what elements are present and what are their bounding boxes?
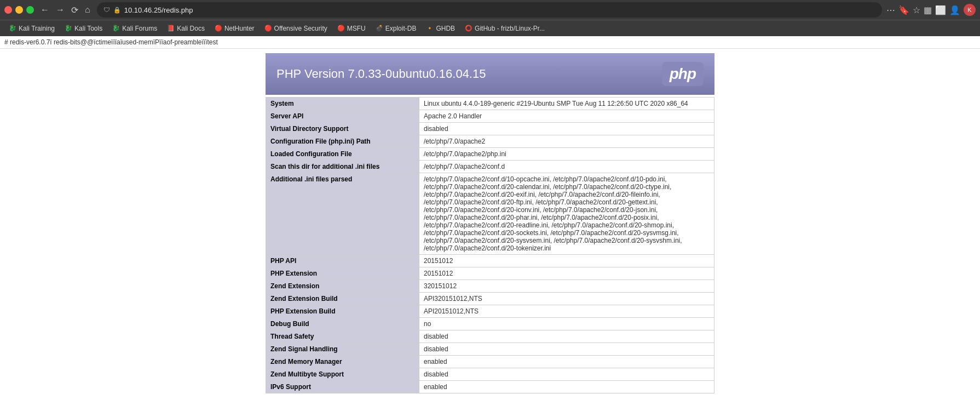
bookmark-github[interactable]: ⭕ GitHub - frizb/Linux-Pr... xyxy=(460,24,549,33)
table-cell-value: 20151012 xyxy=(419,267,714,280)
bookmark-kali-training[interactable]: 🐉 Kali Training xyxy=(4,24,59,33)
bookmark-label: Kali Training xyxy=(19,25,55,32)
bookmark-kali-docs[interactable]: 📕 Kali Docs xyxy=(163,24,209,33)
window-controls xyxy=(4,6,34,14)
table-cell-value: disabled xyxy=(419,123,714,135)
table-cell-label: Thread Safety xyxy=(266,330,419,343)
table-row: PHP API20151012 xyxy=(266,255,714,267)
table-cell-value: enabled xyxy=(419,381,714,393)
table-cell-value: 320151012 xyxy=(419,280,714,293)
table-cell-value: 20151012 xyxy=(419,255,714,267)
table-cell-label: PHP API xyxy=(266,255,419,267)
profile-icon[interactable]: 👤 xyxy=(949,5,960,15)
address-bar-area: 🛡 🔒 10.10.46.25/redis.php xyxy=(97,2,882,18)
php-version-title: PHP Version 7.0.33-0ubuntu0.16.04.15 xyxy=(276,67,486,81)
table-row: IPv6 Supportenabled xyxy=(266,381,714,393)
phpinfo-table: SystemLinux ubuntu 4.4.0-189-generic #21… xyxy=(266,97,714,393)
table-cell-value: /etc/php/7.0/apache2/php.ini xyxy=(419,148,714,161)
table-cell-label: Configuration File (php.ini) Path xyxy=(266,135,419,148)
bookmark-label: Kali Forums xyxy=(122,25,157,32)
minimize-button[interactable] xyxy=(15,6,23,14)
php-header: PHP Version 7.0.33-0ubuntu0.16.04.15 php xyxy=(266,53,714,95)
avatar-icon[interactable]: K xyxy=(964,4,976,16)
back-button[interactable]: ← xyxy=(38,4,51,16)
table-cell-label: Zend Memory Manager xyxy=(266,356,419,368)
close-button[interactable] xyxy=(4,6,12,14)
table-cell-label: Zend Signal Handling xyxy=(266,343,419,356)
table-row: PHP Extension BuildAPI20151012,NTS xyxy=(266,305,714,318)
table-cell-label: Server API xyxy=(266,110,419,123)
bookmark-label: NetHunter xyxy=(224,25,255,32)
star-icon[interactable]: ☆ xyxy=(913,5,920,15)
table-cell-label: IPv6 Support xyxy=(266,381,419,393)
table-cell-label: Virtual Directory Support xyxy=(266,123,419,135)
tab-icon[interactable]: ⬜ xyxy=(935,5,946,15)
table-row: Thread Safetydisabled xyxy=(266,330,714,343)
table-row: Debug Buildno xyxy=(266,318,714,330)
bookmark-kali-tools[interactable]: 🐉 Kali Tools xyxy=(60,24,107,33)
table-row: Server APIApache 2.0 Handler xyxy=(266,110,714,123)
maximize-button[interactable] xyxy=(26,6,34,14)
bookmark-label: Offensive Security xyxy=(274,25,327,32)
kali-icon: 🐉 xyxy=(112,25,120,32)
lock-icon: 🔒 xyxy=(113,7,121,14)
title-bar: ← → ⟳ ⌂ 🛡 🔒 10.10.46.25/redis.php ⋯ 🔖 ☆ … xyxy=(0,0,980,20)
table-cell-label: Zend Multibyte Support xyxy=(266,368,419,381)
table-cell-label: Loaded Configuration File xyxy=(266,148,419,161)
table-cell-label: Scan this dir for additional .ini files xyxy=(266,161,419,173)
forward-button[interactable]: → xyxy=(54,4,67,16)
table-cell-value: API20151012,NTS xyxy=(419,305,714,318)
bookmark-msfu[interactable]: 🔴 MSFU xyxy=(333,24,370,33)
table-cell-value: disabled xyxy=(419,343,714,356)
table-row: Virtual Directory Supportdisabled xyxy=(266,123,714,135)
table-cell-label: Debug Build xyxy=(266,318,419,330)
bookmark-icon[interactable]: 🔖 xyxy=(898,5,909,15)
table-cell-value: /etc/php/7.0/apache2 xyxy=(419,135,714,148)
bookmark-label: Kali Docs xyxy=(177,25,205,32)
address-bar[interactable]: 🛡 🔒 10.10.46.25/redis.php xyxy=(97,2,882,18)
exploit-icon: 💣 xyxy=(376,25,383,32)
docs-icon: 📕 xyxy=(167,25,175,32)
table-row: PHP Extension20151012 xyxy=(266,267,714,280)
home-button[interactable]: ⌂ xyxy=(83,4,93,16)
bookmark-label: Exploit-DB xyxy=(385,25,417,32)
url-display: 10.10.46.25/redis.php xyxy=(124,6,875,14)
offsec-icon: 🔴 xyxy=(264,25,272,32)
phpinfo-wrapper: PHP Version 7.0.33-0ubuntu0.16.04.15 php… xyxy=(266,53,714,393)
bookmark-nethunter[interactable]: 🔴 NetHunter xyxy=(210,24,259,33)
table-row: SystemLinux ubuntu 4.4.0-189-generic #21… xyxy=(266,98,714,110)
table-cell-label: PHP Extension Build xyxy=(266,305,419,318)
redis-info-text: # redis-ver6.0.7ï redis-bits@@ïctimeïïïa… xyxy=(4,38,218,46)
page-content: PHP Version 7.0.33-0ubuntu0.16.04.15 php… xyxy=(0,49,980,409)
bookmark-label: GHDB xyxy=(436,25,455,32)
ghdb-icon: 🔸 xyxy=(426,25,434,32)
github-icon: ⭕ xyxy=(465,25,472,32)
table-row: Zend Multibyte Supportdisabled xyxy=(266,368,714,381)
page-bar: # redis-ver6.0.7ï redis-bits@@ïctimeïïïa… xyxy=(0,36,980,49)
bookmark-kali-forums[interactable]: 🐉 Kali Forums xyxy=(108,24,162,33)
table-row: Zend Extension320151012 xyxy=(266,280,714,293)
table-cell-value: disabled xyxy=(419,368,714,381)
bookmarks-bar: 🐉 Kali Training 🐉 Kali Tools 🐉 Kali Foru… xyxy=(0,20,980,36)
sidebar-icon[interactable]: ▦ xyxy=(924,5,932,15)
php-logo: php xyxy=(662,62,704,86)
bookmark-exploit-db[interactable]: 💣 Exploit-DB xyxy=(371,24,421,33)
bookmark-label: MSFU xyxy=(347,25,366,32)
bookmark-ghdb[interactable]: 🔸 GHDB xyxy=(422,24,459,33)
table-row: Additional .ini files parsed/etc/php/7.0… xyxy=(266,173,714,255)
table-cell-value: /etc/php/7.0/apache2/conf.d/10-opcache.i… xyxy=(419,173,714,255)
nethunter-icon: 🔴 xyxy=(215,25,222,32)
table-cell-value: Apache 2.0 Handler xyxy=(419,110,714,123)
table-cell-value: /etc/php/7.0/apache2/conf.d xyxy=(419,161,714,173)
toolbar-right: ⋯ 🔖 ☆ ▦ ⬜ 👤 K xyxy=(886,4,976,16)
table-row: Loaded Configuration File/etc/php/7.0/ap… xyxy=(266,148,714,161)
table-cell-value: enabled xyxy=(419,356,714,368)
table-cell-label: Zend Extension xyxy=(266,280,419,293)
reload-button[interactable]: ⟳ xyxy=(69,4,80,16)
bookmark-label: Kali Tools xyxy=(74,25,102,32)
bookmark-label: GitHub - frizb/Linux-Pr... xyxy=(475,25,545,32)
bookmark-offensive-security[interactable]: 🔴 Offensive Security xyxy=(260,24,332,33)
nav-buttons: ← → ⟳ ⌂ xyxy=(38,4,93,16)
table-row: Configuration File (php.ini) Path/etc/ph… xyxy=(266,135,714,148)
extensions-icon[interactable]: ⋯ xyxy=(886,5,895,15)
